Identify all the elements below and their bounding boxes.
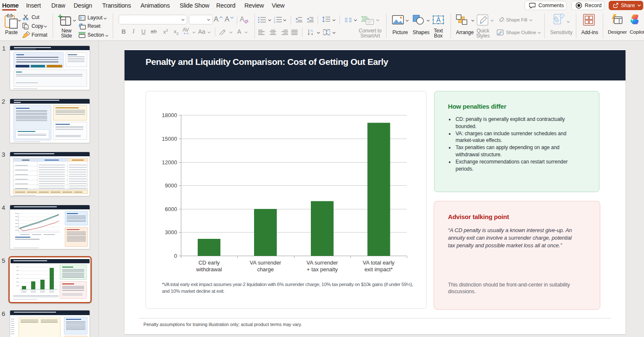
svg-text:A: A (436, 16, 441, 24)
svg-text:3000: 3000 (165, 229, 177, 235)
svg-text:12000: 12000 (162, 159, 177, 166)
svg-text:15000: 15000 (162, 136, 177, 142)
svg-text:A: A (310, 29, 313, 33)
svg-text:charge: charge (257, 266, 274, 273)
svg-text:withdrawal: withdrawal (196, 266, 222, 273)
svg-text:3: 3 (274, 21, 276, 23)
svg-text:CD early: CD early (199, 259, 220, 266)
svg-text:0: 0 (174, 253, 177, 259)
svg-text:+ tax penalty: + tax penalty (307, 266, 338, 273)
svg-text:18000: 18000 (162, 112, 177, 118)
svg-text:VA total early: VA total early (363, 259, 395, 266)
svg-text:VA surrender: VA surrender (307, 259, 339, 266)
svg-text:VA surrender: VA surrender (250, 259, 282, 266)
svg-text:6000: 6000 (165, 206, 177, 212)
svg-text:9000: 9000 (165, 182, 177, 189)
svg-text:exit impact*: exit impact* (364, 266, 392, 273)
